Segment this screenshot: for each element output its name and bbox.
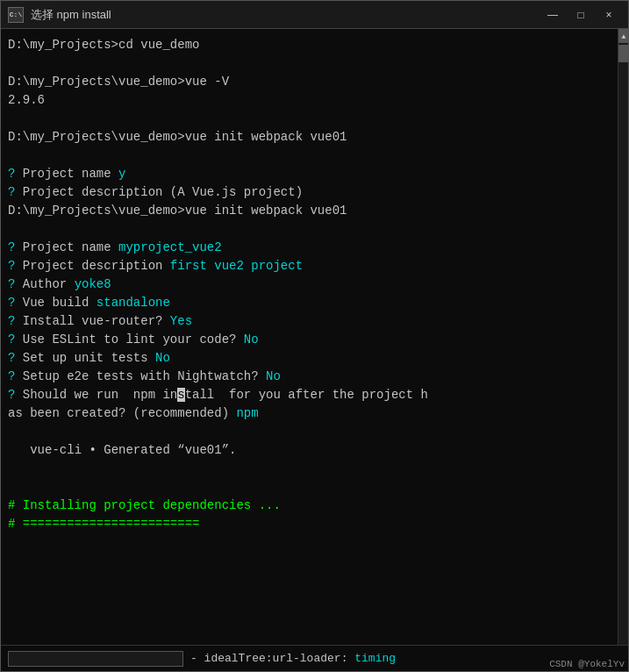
window-controls: — □ × [540, 6, 621, 24]
terminal-line: as been created? (recommended) npm [8, 404, 614, 423]
terminal-line: D:\my_Projects>cd vue_demo [8, 36, 614, 54]
terminal-line: ? Project description (A Vue.js project) [8, 183, 614, 202]
title-bar: C:\ 选择 npm install — □ × [1, 1, 628, 29]
terminal-line: ? Project name myproject_vue2 [8, 239, 614, 257]
scrollbar[interactable]: ▲ [618, 29, 628, 645]
terminal-line [8, 533, 614, 552]
status-text: - idealTree:url-loader: timing [190, 652, 396, 665]
terminal-line: # ======================== [8, 515, 614, 533]
terminal-line: D:\my_Projects\vue_demo>vue init webpack… [8, 128, 614, 147]
terminal-window: C:\ 选择 npm install — □ × D:\my_Projects>… [0, 0, 629, 672]
terminal-line: 2.9.6 [8, 91, 614, 110]
scroll-up-arrow[interactable]: ▲ [618, 29, 628, 43]
terminal-line: ? Should we run npm install for you afte… [8, 386, 614, 404]
terminal-line: ? Install vue-router? Yes [8, 312, 614, 331]
terminal-line: D:\my_Projects\vue_demo>vue -V [8, 73, 614, 91]
close-button[interactable]: × [597, 6, 621, 24]
terminal-line: vue-cli • Generated “vue01”. [8, 441, 614, 460]
terminal-line: ? Project description first vue2 project [8, 257, 614, 275]
terminal-line [8, 110, 614, 128]
bottom-bar: - idealTree:url-loader: timing CSDN @Yok… [1, 645, 628, 671]
scroll-thumb[interactable] [618, 45, 628, 62]
terminal-line: # Installing project dependencies ... [8, 497, 614, 515]
terminal-line: D:\my_Projects\vue_demo>vue init webpack… [8, 202, 614, 220]
terminal-line [8, 423, 614, 441]
terminal-line: ? Project name y [8, 165, 614, 183]
terminal-line [8, 54, 614, 73]
terminal-line: ? Use ESLint to lint your code? No [8, 331, 614, 349]
terminal-output[interactable]: D:\my_Projects>cd vue_demo D:\my_Project… [1, 29, 618, 645]
terminal-line: ? Set up unit tests No [8, 349, 614, 368]
maximize-button[interactable]: □ [568, 6, 593, 24]
terminal-line [8, 220, 614, 239]
terminal-line: ? Author yoke8 [8, 275, 614, 294]
terminal-line [8, 460, 614, 478]
window-title: 选择 npm install [31, 7, 540, 23]
terminal-line: ? Setup e2e tests with Nightwatch? No [8, 368, 614, 386]
terminal-body: D:\my_Projects>cd vue_demo D:\my_Project… [1, 29, 628, 645]
terminal-line [8, 478, 614, 497]
app-icon: C:\ [8, 7, 24, 23]
progress-bar [8, 651, 183, 667]
watermark-badge: CSDN @YokelYv [549, 659, 625, 669]
terminal-line: ? Vue build standalone [8, 294, 614, 312]
terminal-line [8, 147, 614, 165]
minimize-button[interactable]: — [540, 6, 565, 24]
